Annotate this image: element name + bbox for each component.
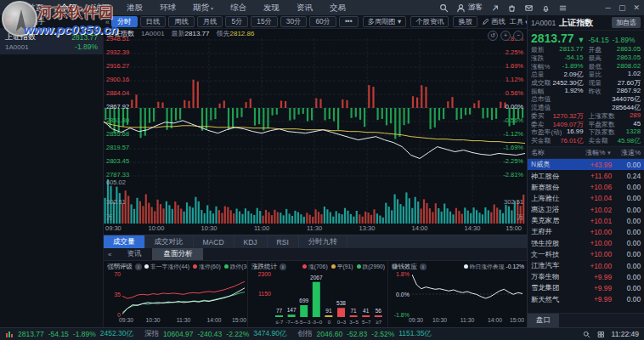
sidebar-tool-header[interactable]: 打板助手 bbox=[0, 17, 104, 27]
pct-axis-label: 1.69% bbox=[506, 62, 523, 70]
indicator-tab-3[interactable]: KDJ bbox=[234, 235, 268, 248]
analysis-tab-0[interactable]: 资讯 bbox=[116, 248, 152, 260]
minimize-button[interactable]: ─ bbox=[606, 3, 611, 12]
list-icon[interactable] bbox=[558, 3, 568, 13]
bell-icon[interactable] bbox=[541, 3, 551, 13]
multi-period-button[interactable]: 多周期图 ▾ bbox=[363, 16, 407, 27]
period-tab-7[interactable]: 60分 bbox=[309, 16, 336, 27]
menu-item-news[interactable]: 资讯 bbox=[288, 0, 321, 15]
mail-icon[interactable] bbox=[524, 3, 534, 13]
table-header-2[interactable]: 涨速% bbox=[612, 148, 641, 157]
stock-name: 强生控股 bbox=[531, 239, 578, 248]
axis-tick: 1.8% bbox=[390, 271, 410, 278]
indicator-tab-1[interactable]: 成交对比 bbox=[145, 235, 194, 248]
close-button[interactable]: ✕ bbox=[633, 3, 640, 12]
indicator-tab-4[interactable]: RSI bbox=[268, 235, 299, 248]
indicator-tab-0[interactable]: 成交量 bbox=[104, 235, 145, 248]
menu-item-composite[interactable]: 综合 bbox=[222, 0, 255, 15]
switch-stock-button[interactable]: 换股 bbox=[453, 16, 477, 27]
menu-item-futures[interactable]: 期货▾ bbox=[184, 0, 222, 15]
share-icon[interactable] bbox=[490, 3, 500, 13]
price-axis-label: 2819.57 bbox=[106, 144, 129, 151]
indicator-tab-2[interactable]: MACD bbox=[194, 235, 234, 248]
status-value: 2046.60 bbox=[316, 330, 342, 338]
period-tab-1[interactable]: 日线 bbox=[140, 16, 167, 27]
menu-item-trade[interactable]: 交易 bbox=[321, 0, 354, 15]
table-row[interactable]: 王府井+10.000.00 bbox=[528, 226, 644, 237]
menu-item-global[interactable]: 环球 bbox=[151, 0, 184, 15]
grid-icon[interactable] bbox=[597, 331, 605, 338]
period-tab-6[interactable]: 30分 bbox=[280, 16, 308, 27]
pct-axis-label: 0.56% bbox=[506, 89, 523, 97]
menu-item-home[interactable]: 首页 bbox=[19, 0, 52, 15]
info-icon[interactable]: i bbox=[280, 264, 286, 270]
period-tab-4[interactable]: 5分 bbox=[225, 16, 248, 27]
undo-icon[interactable]: ↺ bbox=[488, 31, 498, 41]
table-row[interactable]: 万泰生物+9.990.00 bbox=[528, 271, 644, 282]
indicator-tab-5[interactable]: 分时九转 bbox=[299, 235, 347, 248]
status-index-group[interactable]: 深指10604.97-240.43-2.22%3474.90亿 bbox=[144, 329, 286, 339]
status-index-label: 创指 bbox=[297, 329, 312, 339]
price-chart[interactable] bbox=[104, 38, 525, 178]
zoom-out-icon[interactable]: − bbox=[513, 31, 523, 41]
svg-text:538: 538 bbox=[336, 300, 346, 306]
add-watchlist-button[interactable]: 加自选 bbox=[612, 17, 641, 28]
draw-line-button[interactable]: 画线 bbox=[482, 17, 506, 26]
money-effect-panel: 赚钱效应 i 昨日涨停表现-0.12% 1.8%0.0%-1.8% 09:301… bbox=[388, 261, 527, 327]
price-axis-label: 2932.39 bbox=[106, 48, 129, 56]
table-row[interactable]: 新天然气+9.990.00 bbox=[528, 294, 644, 305]
info-icon[interactable]: i bbox=[420, 264, 427, 270]
volume-chart[interactable] bbox=[104, 178, 525, 224]
svg-text:41: 41 bbox=[363, 308, 370, 314]
table-header-1[interactable]: 涨幅% ▼ bbox=[578, 148, 612, 157]
menu-item-stocks[interactable]: 个股 bbox=[52, 0, 85, 15]
time-axis-label: 11:30 bbox=[457, 317, 477, 323]
svg-text:91: 91 bbox=[325, 308, 332, 314]
table-row[interactable]: 惠达卫浴+10.020.00 bbox=[528, 204, 644, 215]
period-tab-0[interactable]: 分时 bbox=[111, 16, 138, 27]
table-row[interactable]: 文一科技+10.000.00 bbox=[528, 249, 644, 260]
analysis-panels: 强弱评级 i 非一字涨停(44)涨停(60)跌停(36) 70350 09:30… bbox=[104, 261, 527, 327]
pct-axis-label: 1.12% bbox=[506, 76, 523, 83]
volume-axis-label: 605.02 bbox=[106, 178, 126, 186]
table-row[interactable]: 雪龙集团+9.990.00 bbox=[528, 282, 644, 293]
table-row[interactable]: 神工股份+11.600.24 bbox=[528, 170, 644, 181]
table-row[interactable]: 美克家居+10.010.00 bbox=[528, 215, 644, 226]
stat-value: 76.01亿 bbox=[560, 136, 583, 145]
table-row[interactable]: N威奥+43.990.00 bbox=[528, 159, 644, 170]
stock-change: +10.02 bbox=[578, 206, 612, 214]
stock-name: 雪龙集团 bbox=[531, 283, 578, 292]
period-tab-5[interactable]: 15分 bbox=[251, 16, 278, 27]
collapse-icon[interactable]: « bbox=[104, 251, 116, 258]
stock-name: 万泰生物 bbox=[531, 272, 578, 281]
stock-news-button[interactable]: 个股资讯 bbox=[410, 16, 449, 27]
maximize-button[interactable]: ▢ bbox=[619, 3, 626, 12]
analysis-tabs: « 资讯盘面分析 bbox=[104, 248, 527, 261]
tab-order-book[interactable]: 盘口 bbox=[528, 314, 559, 327]
search-icon[interactable] bbox=[583, 331, 590, 338]
table-header-0[interactable]: 名称 bbox=[531, 148, 578, 157]
status-value: -240.43 bbox=[197, 330, 222, 338]
menu-item-hk[interactable]: 港股 bbox=[118, 0, 151, 15]
menu-item-hushen[interactable]: 沪深 bbox=[85, 0, 118, 15]
menu-item-discover[interactable]: 发现 bbox=[255, 0, 288, 15]
table-row[interactable]: 强生控股+10.000.00 bbox=[528, 238, 644, 249]
period-tab-2[interactable]: 周线 bbox=[168, 16, 195, 27]
user-account[interactable]: 游客 bbox=[456, 3, 483, 13]
analysis-tab-1[interactable]: 盘面分析 bbox=[152, 248, 203, 260]
watchlist-item[interactable]: 上证指数 2813.77 1A0001 -1.89% bbox=[0, 29, 103, 54]
info-icon[interactable]: i bbox=[135, 264, 142, 270]
period-tab-8[interactable]: ••• bbox=[339, 16, 359, 27]
table-row[interactable]: 江淮汽车+10.000.00 bbox=[528, 260, 644, 271]
store-icon[interactable] bbox=[507, 3, 517, 13]
stock-name: 新天然气 bbox=[531, 295, 578, 304]
collapse-left-icon[interactable]: « bbox=[104, 18, 111, 26]
search-icon[interactable] bbox=[439, 3, 449, 13]
table-row[interactable]: 上海雅仕+10.040.00 bbox=[528, 193, 644, 204]
zoom-in-icon[interactable]: + bbox=[500, 31, 511, 41]
period-tab-3[interactable]: 月线 bbox=[197, 16, 223, 27]
volume-axis-label: 302.51 bbox=[106, 198, 126, 206]
status-index-group[interactable]: 2813.77-54.15-1.89%2452.30亿 bbox=[5, 329, 133, 339]
status-index-group[interactable]: 创指2046.60-52.83-2.52%1151.35亿 bbox=[297, 329, 431, 339]
table-row[interactable]: 新赛股份+10.060.00 bbox=[528, 182, 644, 193]
